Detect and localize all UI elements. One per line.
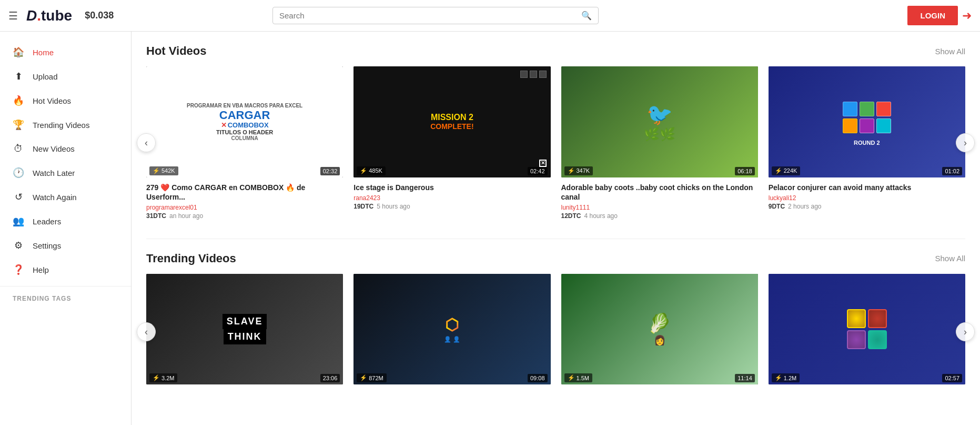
hot-videos-show-all[interactable]: Show All [935, 47, 965, 56]
hot-video-4[interactable]: ROUND 2 ⚡224K 01:02 Pelacor conjurer can… [769, 66, 965, 220]
hot-video-3-thumb: 🐦 🌿🌿 ⚡347K 06:18 [561, 66, 758, 177]
hot-video-4-title: Pelacor conjurer can avoid many attacks [769, 183, 965, 192]
trending-video-4-views: ⚡1.2M [772, 373, 800, 382]
hot-video-3-views: ⚡347K [564, 166, 593, 175]
hot-video-3[interactable]: 🐦 🌿🌿 ⚡347K 06:18 Adorable baby coots ..b… [561, 66, 758, 220]
sidebar-label-new-videos: New Videos [33, 144, 75, 153]
trending-video-4-thumb: ⚡1.2M 02:57 [769, 274, 965, 385]
hot-video-1-dtc: 31DTC [146, 212, 166, 220]
upload-icon: ⬆ [13, 71, 24, 82]
logo-tube: tube [41, 7, 72, 24]
trending-video-2-views: ⚡872M [357, 373, 387, 382]
hot-video-2-time: 5 hours ago [377, 203, 410, 210]
login-arrow-icon[interactable]: ➜ [962, 9, 972, 23]
hot-video-3-duration: 06:18 [735, 167, 755, 175]
trending-video-3-duration: 11:14 [735, 374, 755, 382]
timer-icon: ⏱ [13, 143, 24, 154]
header-left: ☰ D.tube $0.038 [8, 7, 114, 24]
gear-icon: ⚙ [13, 240, 24, 251]
trending-video-3-views: ⚡1.5M [564, 373, 592, 382]
sidebar-item-settings[interactable]: ⚙ Settings [0, 233, 131, 258]
price-display: $0.038 [85, 10, 114, 21]
hot-video-3-overlay: ⚡347K 06:18 [561, 164, 758, 177]
logo[interactable]: D.tube [26, 7, 72, 24]
trending-video-2-thumb-content: ⬡ 👤 👤 [353, 274, 550, 385]
hot-video-3-thumb-content: 🐦 🌿🌿 [561, 66, 758, 177]
sidebar-item-leaders[interactable]: 👥 Leaders [0, 209, 131, 233]
hot-video-2-duration: 02:42 [528, 167, 548, 175]
trending-videos-carousel: ‹ SLAVE THINK ⚡3.2M [146, 274, 965, 390]
hot-video-2-dtc: 19DTC [353, 203, 373, 210]
search-bar[interactable]: 🔍 [272, 7, 599, 24]
trending-video-4-overlay: ⚡1.2M 02:57 [769, 371, 965, 384]
trending-video-1-overlay: ⚡3.2M 23:06 [146, 371, 343, 384]
trending-video-2[interactable]: ⬡ 👤 👤 ⚡872M 09:08 [353, 274, 550, 390]
sidebar-item-home[interactable]: 🏠 Home [0, 40, 131, 64]
trending-video-4-thumb-content [769, 274, 965, 385]
sidebar-label-leaders: Leaders [33, 217, 61, 226]
trending-video-3[interactable]: 🥬 👩 ⚡1.5M 11:14 [561, 274, 758, 390]
sidebar-label-upload: Upload [33, 72, 58, 81]
trending-video-4-duration: 02:57 [942, 374, 962, 382]
sidebar-item-new-videos[interactable]: ⏱ New Videos [0, 137, 131, 161]
hot-videos-next-button[interactable]: › [956, 133, 975, 152]
sidebar-label-help: Help [33, 265, 49, 274]
search-input[interactable] [279, 11, 581, 20]
trending-videos-prev-button[interactable]: ‹ [137, 322, 156, 341]
hot-video-1[interactable]: PROGRAMAR EN VBA MACROS PARA EXCEL CARGA… [146, 66, 343, 220]
hot-video-1-views: ⚡542K [149, 166, 178, 175]
sidebar-item-watch-later[interactable]: 🕐 Watch Later [0, 161, 131, 185]
hot-video-2-meta: 19DTC 5 hours ago [353, 203, 550, 210]
hot-video-3-meta: 12DTC 4 hours ago [561, 212, 758, 220]
login-button[interactable]: LOGIN [907, 6, 958, 25]
sidebar-label-settings: Settings [33, 241, 61, 250]
sidebar-divider [0, 286, 131, 286]
sidebar-item-help[interactable]: ❓ Help [0, 258, 131, 282]
hot-video-2[interactable]: MISSION 2 COMPLETE! ✕ [353, 66, 550, 220]
trending-videos-next-button[interactable]: › [956, 322, 975, 341]
hot-video-2-views: ⚡485K [357, 166, 386, 175]
hot-video-2-author[interactable]: rana2423 [353, 194, 550, 202]
hot-video-3-author[interactable]: lunity1111 [561, 204, 758, 211]
hot-video-4-overlay: ⚡224K 01:02 [769, 164, 965, 177]
hot-video-4-thumb-text: ROUND 2 [769, 66, 965, 177]
hot-video-2-thumb: MISSION 2 COMPLETE! ✕ [353, 66, 550, 177]
people-icon: 👥 [13, 215, 24, 227]
trending-video-1-thumb-content: SLAVE THINK [146, 274, 343, 385]
main-content: Hot Videos Show All ‹ PROGRAMAR EN VBA M… [132, 32, 980, 425]
sidebar-item-trending-videos[interactable]: 🏆 Trending Videos [0, 113, 131, 137]
hot-video-4-meta: 9DTC 2 hours ago [769, 203, 965, 210]
trending-video-2-overlay: ⚡872M 09:08 [353, 371, 550, 384]
sidebar-item-watch-again[interactable]: ↺ Watch Again [0, 185, 131, 209]
header-right: LOGIN ➜ [907, 6, 972, 25]
sidebar-label-home: Home [33, 48, 54, 57]
sidebar-item-upload[interactable]: ⬆ Upload [0, 64, 131, 88]
sidebar-label-hot-videos: Hot Videos [33, 96, 71, 105]
trending-video-2-duration: 09:08 [528, 374, 548, 382]
hot-video-3-dtc: 12DTC [561, 212, 581, 220]
trending-videos-show-all[interactable]: Show All [935, 254, 965, 263]
menu-icon[interactable]: ☰ [8, 9, 18, 22]
hot-video-3-thumb-text: 🐦 🌿🌿 [561, 66, 758, 177]
sidebar-item-hot-videos[interactable]: 🔥 Hot Videos [0, 88, 131, 113]
hot-videos-header: Hot Videos Show All [146, 44, 965, 58]
hot-video-4-views: ⚡224K [772, 166, 801, 175]
trending-video-4[interactable]: ⚡1.2M 02:57 [769, 274, 965, 390]
home-icon: 🏠 [13, 46, 24, 58]
trending-videos-grid: SLAVE THINK ⚡3.2M 23:06 [146, 274, 965, 390]
hot-video-2-title: Ice stage is Dangerous [353, 183, 550, 192]
search-icon: 🔍 [581, 11, 592, 21]
help-icon: ❓ [13, 264, 24, 275]
hot-video-1-thumb-text: PROGRAMAR EN VBA MACROS PARA EXCEL CARGA… [146, 66, 343, 177]
trending-videos-header: Trending Videos Show All [146, 252, 965, 265]
hot-video-4-thumb-content: ROUND 2 [769, 66, 965, 177]
trending-video-3-thumb: 🥬 👩 ⚡1.5M 11:14 [561, 274, 758, 385]
hot-video-2-thumb-text: MISSION 2 COMPLETE! ✕ [353, 66, 550, 177]
trending-video-3-overlay: ⚡1.5M 11:14 [561, 371, 758, 384]
trending-video-1[interactable]: SLAVE THINK ⚡3.2M 23:06 [146, 274, 343, 390]
header: ☰ D.tube $0.038 🔍 LOGIN ➜ [0, 0, 980, 32]
hot-video-1-author[interactable]: programarexcel01 [146, 204, 343, 211]
hot-video-4-author[interactable]: luckyali12 [769, 194, 965, 202]
hot-video-1-thumb: PROGRAMAR EN VBA MACROS PARA EXCEL CARGA… [146, 66, 343, 177]
trending-videos-section: Trending Videos Show All ‹ SLAVE THINK [146, 252, 965, 390]
